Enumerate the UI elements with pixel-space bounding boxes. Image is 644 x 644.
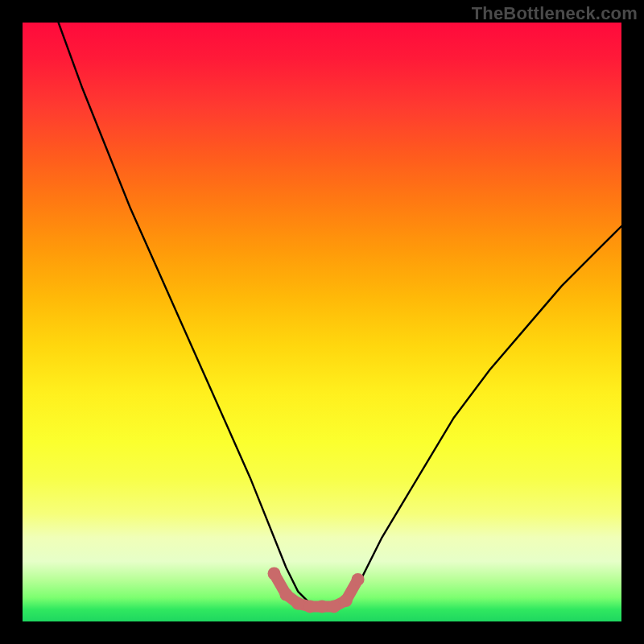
valley-dot — [291, 597, 304, 610]
valley-dot — [328, 600, 341, 613]
valley-dot — [316, 600, 328, 613]
valley-dot — [340, 594, 353, 607]
watermark: TheBottleneck.com — [472, 3, 638, 24]
valley-dot — [268, 568, 281, 580]
bottleneck-curve — [59, 23, 621, 606]
chart-frame: TheBottleneck.com — [0, 0, 644, 644]
valley-dot — [303, 600, 316, 613]
valley-dot — [352, 573, 365, 586]
plot-area — [23, 23, 621, 621]
curve-svg — [23, 23, 621, 621]
valley-dot — [279, 588, 292, 601]
